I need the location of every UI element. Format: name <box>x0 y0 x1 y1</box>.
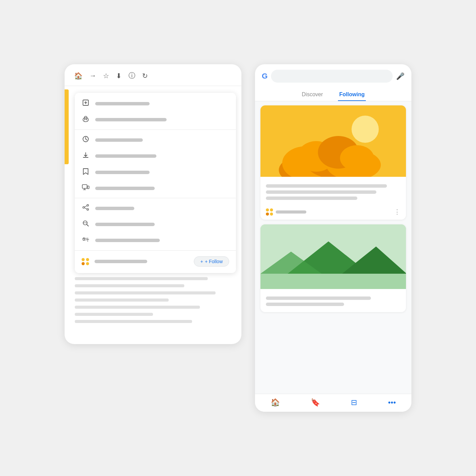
feed-card-landscape <box>260 224 406 312</box>
history-icon <box>82 136 90 144</box>
tabs-row: Discover Following <box>255 86 411 101</box>
page-line <box>75 284 184 287</box>
menu-item-new-tab[interactable] <box>75 96 236 112</box>
svg-point-3 <box>83 118 88 122</box>
downloads-label <box>95 154 156 158</box>
card-body-landscape <box>260 289 406 312</box>
feed: ⋮ <box>255 101 411 394</box>
context-menu: G T <box>75 93 236 273</box>
page-line <box>75 320 192 323</box>
card-meta-left <box>266 208 306 216</box>
menu-item-incognito[interactable] <box>75 112 236 128</box>
sun <box>352 116 379 143</box>
meta-bar <box>276 210 306 214</box>
follow-dots-icon <box>82 258 89 265</box>
svg-point-5 <box>84 119 85 120</box>
search-bar[interactable] <box>271 70 393 83</box>
devices-icon <box>82 184 90 192</box>
google-g: G <box>262 72 268 81</box>
page-line <box>75 299 169 302</box>
new-tab-label <box>95 102 150 105</box>
svg-point-6 <box>86 119 87 120</box>
feed-card-weather: ⋮ <box>260 105 406 220</box>
menu-item-bookmarks[interactable] <box>75 164 236 181</box>
meta-dots-icon <box>266 208 273 216</box>
svg-point-33 <box>340 145 374 171</box>
menu-item-devices[interactable] <box>75 181 236 196</box>
menu-item-find[interactable] <box>75 216 236 232</box>
menu-divider-2 <box>75 198 236 198</box>
find-icon <box>82 220 90 228</box>
incognito-icon <box>82 115 90 124</box>
page-line <box>75 277 208 280</box>
info-icon[interactable]: ⓘ <box>129 71 135 80</box>
svg-rect-21 <box>83 222 87 223</box>
forward-icon[interactable]: → <box>89 72 96 80</box>
menu-divider-1 <box>75 130 236 130</box>
follow-text: + Follow <box>205 259 223 264</box>
card-line <box>266 296 371 300</box>
card-line <box>266 184 387 188</box>
bookmarks-icon <box>82 168 90 177</box>
page-line <box>75 313 153 316</box>
browser-content: G T <box>65 86 241 330</box>
incognito-label <box>95 118 167 121</box>
card-body-weather <box>260 177 406 206</box>
menu-item-downloads[interactable] <box>75 148 236 164</box>
tab-discover[interactable]: Discover <box>301 89 324 101</box>
page-line <box>75 306 200 309</box>
mobile-searchbar: G 🎤 <box>255 64 411 86</box>
nav-bookmarks-icon[interactable]: 🔖 <box>311 398 320 407</box>
nav-tabs-icon[interactable]: ⊟ <box>351 398 357 407</box>
find-label <box>95 223 155 226</box>
follow-label <box>95 260 147 263</box>
share-label <box>95 207 134 210</box>
translate-label <box>95 239 160 242</box>
follow-button[interactable]: + + Follow <box>194 256 229 267</box>
menu-item-follow[interactable]: + + Follow <box>75 253 236 270</box>
mobile-panel: G 🎤 Discover Following <box>255 64 411 412</box>
card-more-icon[interactable]: ⋮ <box>394 208 401 216</box>
follow-left <box>82 258 147 265</box>
card-line <box>266 190 376 194</box>
refresh-icon[interactable]: ↻ <box>142 72 148 80</box>
bookmarks-label <box>95 171 150 174</box>
page-line <box>75 291 216 294</box>
tab-following[interactable]: Following <box>338 89 366 101</box>
menu-item-share[interactable] <box>75 200 236 216</box>
page-lines <box>65 277 241 323</box>
svg-line-20 <box>87 224 88 226</box>
mobile-nav: 🏠 🔖 ⊟ ••• <box>255 394 411 412</box>
svg-point-15 <box>83 207 85 208</box>
svg-rect-11 <box>87 186 89 189</box>
menu-divider-3 <box>75 250 236 251</box>
nav-home-icon[interactable]: 🏠 <box>271 398 280 407</box>
card-image-landscape <box>260 224 406 289</box>
bookmark-icon[interactable]: ☆ <box>103 72 109 80</box>
mic-icon[interactable]: 🎤 <box>396 72 405 80</box>
svg-point-14 <box>87 205 89 206</box>
downloads-icon <box>82 152 90 160</box>
menu-item-history[interactable] <box>75 132 236 148</box>
svg-rect-35 <box>260 274 406 289</box>
landscape-svg <box>260 224 406 289</box>
svg-rect-10 <box>82 185 87 188</box>
follow-plus: + <box>200 259 203 264</box>
browser-panel: 🏠 → ☆ ⬇ ⓘ ↻ <box>65 64 241 344</box>
download-icon[interactable]: ⬇ <box>116 72 122 80</box>
menu-item-translate[interactable]: G T <box>75 232 236 248</box>
share-icon <box>82 204 90 213</box>
svg-line-17 <box>84 206 87 207</box>
home-icon[interactable]: 🏠 <box>74 72 83 80</box>
browser-toolbar: 🏠 → ☆ ⬇ ⓘ ↻ <box>65 64 241 86</box>
new-tab-icon <box>82 99 90 108</box>
nav-more-icon[interactable]: ••• <box>388 398 396 407</box>
history-label <box>95 138 143 142</box>
card-line <box>266 197 357 200</box>
browser-main: G T <box>65 86 241 330</box>
svg-line-18 <box>84 208 87 209</box>
devices-label <box>95 187 155 190</box>
card-image-weather <box>260 105 406 177</box>
card-meta-weather: ⋮ <box>260 206 406 220</box>
svg-point-16 <box>87 209 89 210</box>
